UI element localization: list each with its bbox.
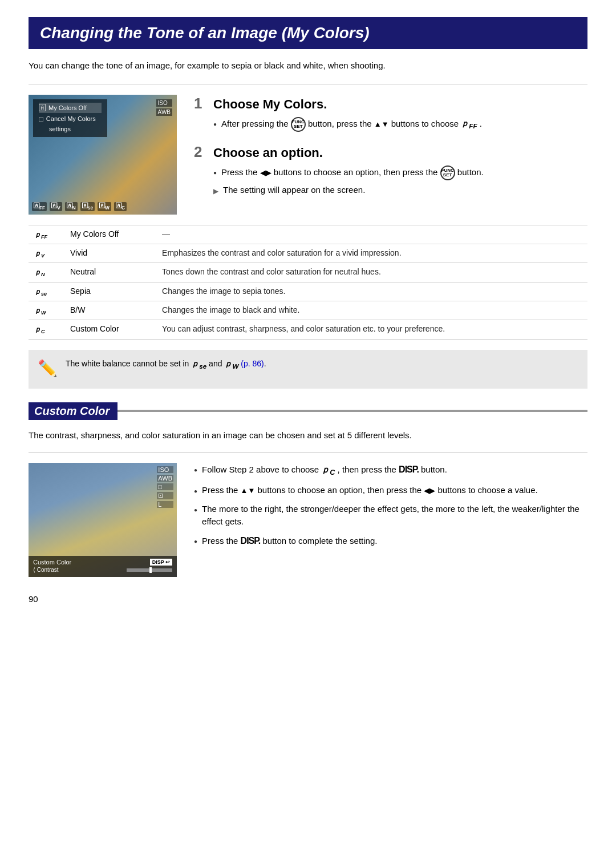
camera-screen: ISO AWB 🄰 My Colors Off □ Cancel My Colo… [29,95,177,215]
steps-content: 1 Choose My Colors. ● After pressing the… [194,95,587,215]
slider-track [127,568,172,572]
custom-camera-image: ISO AWB □ ⊡ L Custom Color DISP ↩ ⟨ Cont… [29,463,177,577]
camera-bottom-icons: 🄰FF 🄰V 🄰N 🄰se 🄰W 🄰C [32,202,127,211]
custom-bullet-1: ● Follow Step 2 above to choose ｐC , the… [194,463,587,478]
step-1-title: Choose My Colors. [213,97,327,112]
table-desc-customcolor: You can adjust contrast, sharpness, and … [156,320,587,339]
table-desc-vivid: Emphasizes the contrast and color satura… [156,244,587,263]
bottom-av: 🄰V [50,202,62,211]
custom-dot-3: ● [194,506,197,514]
page-number: 90 [29,594,587,604]
note-pencil-icon: ✏️ [38,357,58,381]
table-desc-neutral: Tones down the contrast and color satura… [156,263,587,282]
menu-item-cancelcolors: □ Cancel My Colors [39,113,102,124]
step-2-header: 2 Choose an option. [194,143,587,161]
intro-text: You can change the tone of an image, for… [29,59,587,72]
custom-camera-screen: ISO AWB □ ⊡ L Custom Color DISP ↩ ⟨ Cont… [29,463,177,577]
step-1-bullet-1: ● After pressing the FUNC SET button, pr… [213,117,587,132]
step-1-header: 1 Choose My Colors. [194,95,587,112]
custom-text-4: Press the DISP. button to complete the s… [202,534,377,548]
menu-item-mycolorsoff: 🄰 My Colors Off [39,103,102,113]
camera-image: ISO AWB 🄰 My Colors Off □ Cancel My Colo… [29,95,177,215]
steps-section: ISO AWB 🄰 My Colors Off □ Cancel My Colo… [29,95,587,215]
bottom-ac: 🄰C [114,202,127,211]
section-title-line [117,410,587,412]
arrow-lr-1: ◀▶ [260,168,271,177]
custom-dot-1: ● [194,466,197,474]
custom-color-section-bar: Custom Color [29,402,587,420]
custom-color-title: Custom Color [29,402,117,420]
table-row-sepia: ｐse Sepia Changes the image to sepia ton… [29,282,587,301]
arrow-updown-2: ▲▼ [241,486,256,495]
menu-item-settings: settings [39,124,102,134]
camera-menu-panel: 🄰 My Colors Off □ Cancel My Colors setti… [33,99,107,137]
custom-dot-2: ● [194,487,197,495]
bottom-ase: 🄰se [80,202,95,211]
custom-mode-icon: □ [157,483,173,490]
custom-menu-row-2: ⟨ Contrast [33,567,172,573]
custom-awb-icon: AWB [157,475,173,482]
table-name-vivid: Vivid [64,244,156,263]
disp-text-2: DISP. [241,536,261,546]
slider-thumb [149,567,152,573]
custom-l-icon: L [157,501,173,508]
camera-top-icons: ISO AWB [156,99,172,116]
abw-sym: ｐW [224,359,238,368]
ac-sym-1: ｐC [321,465,335,474]
table-row-bw: ｐW B/W Changes the image to black and wh… [29,301,587,320]
step-2-text-1: Press the ◀▶ buttons to choose an option… [221,165,484,180]
table-row-vivid: ｐV Vivid Emphasizes the contrast and col… [29,244,587,263]
aoff-icon: 🄰 [39,104,46,112]
triangle-bullet-1: ▶ [213,186,218,196]
disp-text-1: DISP. [399,465,419,474]
step-2-number: 2 [194,143,206,161]
table-desc-bw: Changes the image to black and white. [156,301,587,320]
table-name-neutral: Neutral [64,263,156,282]
table-name-sepia: Sepia [64,282,156,301]
step-1: 1 Choose My Colors. ● After pressing the… [194,95,587,132]
table-icon-customcolor: ｐC [29,320,64,339]
arrow-updown-1: ▲▼ [374,120,389,128]
step-2-text-2: The setting will appear on the screen. [223,184,365,197]
page-title: Changing the Tone of an Image (My Colors… [29,17,587,49]
aoff-sym: ｐFF [461,119,477,128]
step-2-body: ● Press the ◀▶ buttons to choose an opti… [194,165,587,197]
options-table: ｐFF My Colors Off — ｐV Vivid Emphasizes … [29,225,587,340]
custom-dot-4: ● [194,537,197,546]
step-1-number: 1 [194,95,206,112]
table-icon-bw: ｐW [29,301,64,320]
table-icon-sepia: ｐse [29,282,64,301]
arrow-lr-2: ◀▶ [424,486,435,495]
custom-bullet-3: ● The more to the right, the stronger/de… [194,503,587,528]
menu-label-cancel: Cancel My Colors [46,115,96,122]
note-text: The white balance cannot be set in ｐse a… [66,358,266,371]
bottom-aoff: 🄰FF [32,202,47,211]
table-desc-mycolorsoff: — [156,225,587,244]
divider-1 [29,84,587,84]
divider-2 [29,452,587,453]
custom-intro: The contrast, sharpness, and color satur… [29,429,587,442]
table-row-neutral: ｐN Neutral Tones down the contrast and c… [29,263,587,282]
custom-text-2: Press the ▲▼ buttons to choose an option… [202,484,538,497]
table-icon-vivid: ｐV [29,244,64,263]
custom-menu-row-1: Custom Color DISP ↩ [33,559,172,566]
table-row-mycolorsoff: ｐFF My Colors Off — [29,225,587,244]
menu-label-settings: settings [49,126,71,132]
custom-color-label: Custom Color [33,559,71,566]
disp-button-display: DISP ↩ [150,559,172,566]
menu-label-mycolorsoff: My Colors Off [48,104,87,111]
custom-bullet-4: ● Press the DISP. button to complete the… [194,534,587,548]
custom-camera-menu: Custom Color DISP ↩ ⟨ Contrast [29,556,177,577]
note-link[interactable]: (p. 86) [241,359,264,368]
step-1-body: ● After pressing the FUNC SET button, pr… [194,117,587,132]
table-name-customcolor: Custom Color [64,320,156,339]
table-icon-mycolorsoff: ｐFF [29,225,64,244]
contrast-label: ⟨ Contrast [33,567,59,573]
func-btn-2: FUNC SET [440,165,455,180]
table-icon-neutral: ｐN [29,263,64,282]
table-row-customcolor: ｐC Custom Color You can adjust contrast,… [29,320,587,339]
step-2-bullet-2: ▶ The setting will appear on the screen. [213,184,587,197]
custom-bullet-2: ● Press the ▲▼ buttons to choose an opti… [194,484,587,497]
awb-icon: AWB [156,108,172,116]
custom-iso-icon: ISO [157,466,173,473]
